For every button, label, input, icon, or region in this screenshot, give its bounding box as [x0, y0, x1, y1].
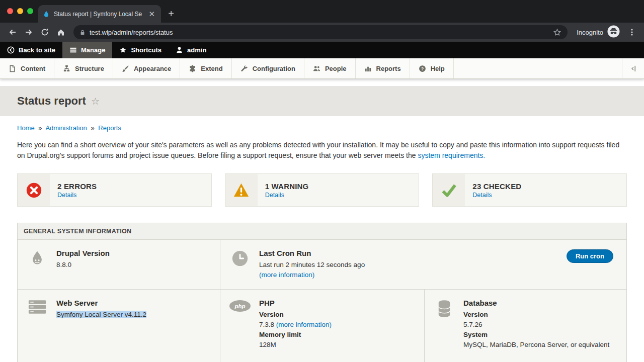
check-icon [441, 182, 457, 199]
back-to-site-icon [7, 46, 15, 54]
errors-details-link[interactable]: Details [57, 192, 97, 199]
shortcuts-menu-item[interactable]: Shortcuts [112, 42, 169, 58]
menu-item-label: Extend [201, 65, 222, 72]
php-cell: php PHP Version 7.3.8 (more information)… [220, 290, 425, 362]
menu-item-extend[interactable]: Extend [180, 58, 231, 78]
warnings-details-link[interactable]: Details [265, 192, 309, 199]
database-cell: Database Version 5.7.26 System MySQL, Ma… [425, 290, 626, 362]
menu-item-appearance[interactable]: Appearance [113, 58, 180, 78]
menu-item-label: People [325, 65, 347, 72]
svg-text:?: ? [421, 66, 423, 71]
browser-tab[interactable]: Status report | Symfony Local Se ✕ [38, 5, 161, 23]
breadcrumb-reports[interactable]: Reports [98, 124, 121, 132]
menu-item-content[interactable]: Content [0, 58, 54, 78]
cron-more-information-link[interactable]: (more information) [259, 271, 314, 279]
breadcrumb: Home » Administration » Reports [17, 124, 627, 132]
back-to-site-link[interactable]: Back to site [0, 42, 62, 58]
panel-header: GENERAL SYSTEM INFORMATION [18, 223, 626, 240]
drupal-menu-bar: Content Structure Appearance Extend Conf… [0, 58, 644, 79]
forward-icon[interactable] [21, 25, 36, 40]
menu-item-people[interactable]: People [304, 58, 356, 78]
home-icon[interactable] [53, 25, 68, 40]
breadcrumb-home[interactable]: Home [17, 124, 35, 132]
clock-icon [228, 248, 252, 281]
php-version-label: Version [259, 310, 332, 320]
extend-icon [189, 65, 196, 72]
tab-close-icon[interactable]: ✕ [147, 10, 156, 18]
database-version-label: Version [463, 310, 609, 320]
errors-card: 2 ERRORS Details [17, 173, 212, 207]
database-version-value: 5.7.26 [463, 320, 609, 330]
people-icon [313, 65, 320, 72]
svg-text:php: php [234, 303, 245, 309]
appearance-icon [122, 65, 129, 72]
window-zoom-button[interactable] [27, 8, 33, 14]
help-icon: ? [419, 65, 426, 72]
address-bar[interactable]: test.wip/admin/reports/status [73, 25, 568, 39]
user-label: admin [187, 46, 206, 54]
menu-item-configuration[interactable]: Configuration [232, 58, 304, 78]
manage-menu-item[interactable]: Manage [62, 42, 112, 58]
status-summary-cards: 2 ERRORS Details 1 WARNING Details 23 CH… [17, 173, 627, 207]
web-server-title: Web Server [56, 298, 146, 308]
window-close-button[interactable] [7, 8, 13, 14]
breadcrumb-administration[interactable]: Administration [45, 124, 87, 132]
php-more-information-link[interactable]: (more information) [276, 321, 332, 328]
web-server-value: Symfony Local Server v4.11.2 [56, 311, 146, 318]
panel-row: Drupal Version 8.8.0 Last Cron Run Last … [18, 240, 626, 290]
drupal-drop-icon [26, 248, 49, 281]
back-icon[interactable] [5, 25, 20, 40]
errors-count: 2 ERRORS [57, 182, 97, 191]
last-cron-run-cell: Last Cron Run Last run 2 minutes 12 seco… [220, 240, 626, 289]
php-memory-label: Memory limit [259, 330, 332, 340]
checked-count: 23 CHECKED [472, 182, 521, 191]
lock-icon[interactable] [79, 29, 86, 36]
warning-iconbox [225, 174, 258, 206]
cron-title: Last Cron Run [259, 248, 365, 258]
menu-item-help[interactable]: ? Help [410, 58, 454, 78]
window-minimize-button[interactable] [17, 8, 23, 14]
menu-item-structure[interactable]: Structure [54, 58, 113, 78]
run-cron-button[interactable]: Run cron [567, 249, 613, 263]
system-requirements-link[interactable]: system requirements. [418, 151, 485, 159]
warnings-card: 1 WARNING Details [225, 173, 420, 207]
menu-item-reports[interactable]: Reports [356, 58, 410, 78]
drupal-version-title: Drupal Version [56, 248, 110, 258]
content-icon [9, 65, 16, 72]
page-header: Status report ☆ [0, 86, 644, 116]
incognito-label: Incognito [577, 29, 603, 36]
php-title: PHP [259, 298, 332, 308]
toolbar-orientation-toggle[interactable] [622, 58, 644, 78]
user-icon [176, 46, 183, 54]
php-version-value: 7.3.8 [259, 321, 274, 328]
server-icon [26, 298, 49, 353]
menu-item-label: Reports [376, 65, 401, 72]
drupal-favicon [43, 11, 50, 18]
database-icon [433, 298, 456, 353]
warnings-count: 1 WARNING [265, 182, 309, 191]
star-icon [119, 46, 127, 54]
menu-item-label: Structure [75, 65, 104, 72]
checked-details-link[interactable]: Details [472, 192, 521, 199]
web-server-cell: Web Server Symfony Local Server v4.11.2 [18, 290, 220, 362]
favorite-star-icon[interactable]: ☆ [91, 97, 100, 106]
bookmark-star-icon[interactable] [553, 28, 561, 37]
page-content: Home » Administration » Reports Here you… [0, 116, 644, 362]
database-system-value: MySQL, MariaDB, Percona Server, or equiv… [463, 340, 609, 350]
new-tab-button[interactable]: + [164, 7, 178, 21]
menu-item-label: Content [21, 65, 45, 72]
database-title: Database [463, 298, 609, 308]
incognito-indicator: Incognito [573, 25, 624, 39]
checked-iconbox [433, 174, 465, 206]
php-icon: php [228, 298, 252, 353]
cron-value: Last run 2 minutes 12 seconds ago [259, 260, 365, 270]
user-menu-item[interactable]: admin [169, 42, 213, 58]
browser-tabstrip: Status report | Symfony Local Se ✕ + [0, 0, 644, 23]
error-icon [26, 182, 42, 199]
reload-icon[interactable] [37, 25, 52, 40]
url-text: test.wip/admin/reports/status [90, 29, 549, 36]
breadcrumb-separator: » [38, 124, 42, 132]
warning-icon [233, 182, 250, 199]
browser-menu-icon[interactable] [625, 28, 639, 37]
general-system-information-panel: GENERAL SYSTEM INFORMATION Drupal Versio… [17, 223, 627, 362]
